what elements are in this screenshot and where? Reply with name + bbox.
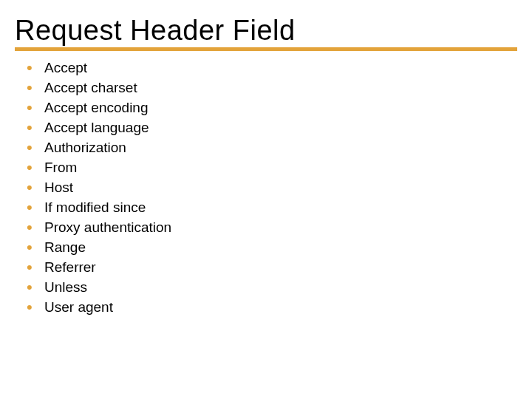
list-item: Accept charset: [25, 78, 517, 98]
list-item: Unless: [25, 278, 517, 298]
list-item-label: Accept language: [44, 120, 149, 135]
list-item-label: Host: [44, 180, 73, 195]
list-item: User agent: [25, 298, 517, 318]
list-item-label: Unless: [44, 279, 87, 295]
slide: Request Header Field Accept Accept chars…: [0, 0, 532, 399]
list-item: Accept encoding: [25, 98, 517, 118]
list-item: Proxy authentication: [25, 218, 517, 238]
list-item: If modified since: [25, 198, 517, 218]
list-item: Accept: [25, 58, 517, 78]
page-title: Request Header Field: [15, 16, 517, 46]
title-underline: [15, 47, 517, 51]
list-item-label: Accept charset: [44, 80, 137, 95]
list-item: Accept language: [25, 118, 517, 138]
list-item-label: Proxy authentication: [44, 219, 171, 235]
list-item-label: Referrer: [44, 259, 96, 275]
list-item: Host: [25, 178, 517, 198]
list-item: Referrer: [25, 258, 517, 278]
field-list: Accept Accept charset Accept encoding Ac…: [15, 58, 517, 318]
list-item-label: From: [44, 160, 77, 175]
list-item-label: Authorization: [44, 140, 126, 155]
list-item-label: If modified since: [44, 200, 146, 215]
list-item-label: Range: [44, 239, 86, 255]
list-item-label: Accept encoding: [44, 100, 149, 115]
list-item: From: [25, 158, 517, 178]
list-item: Authorization: [25, 138, 517, 158]
list-item-label: User agent: [44, 299, 113, 315]
list-item: Range: [25, 238, 517, 258]
list-item-label: Accept: [44, 60, 87, 75]
